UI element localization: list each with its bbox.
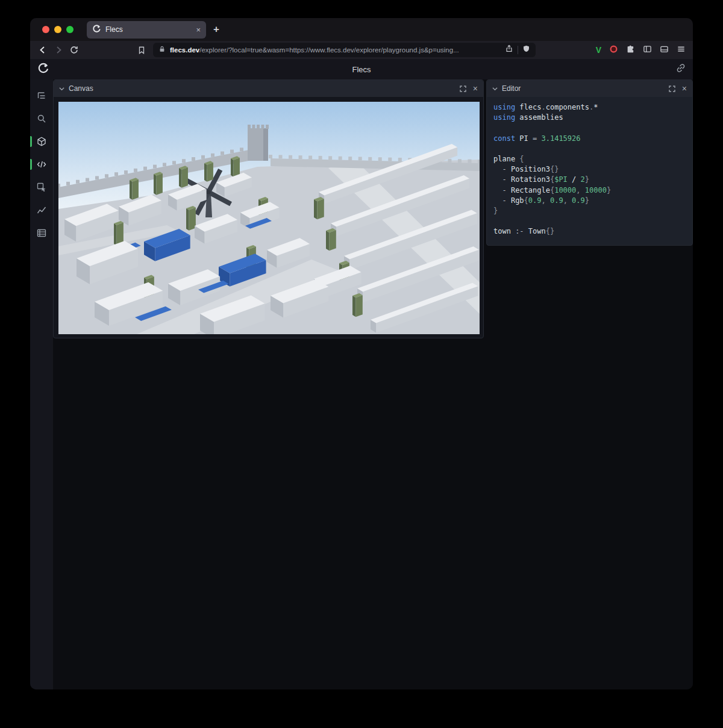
- tab-close-icon[interactable]: ×: [196, 26, 201, 34]
- flecs-explorer-app: Flecs: [30, 59, 693, 689]
- close-icon[interactable]: ×: [682, 84, 687, 93]
- chevron-down-icon[interactable]: [492, 87, 498, 91]
- app-header: Flecs: [30, 59, 693, 79]
- app-body: Canvas ×: [30, 79, 693, 689]
- editor-panel-header: Editor ×: [487, 80, 692, 97]
- tab-title: Flecs: [105, 25, 192, 34]
- page-title: Flecs: [30, 65, 693, 74]
- url-path: /explorer/?local=true&wasm=https://www.f…: [199, 46, 459, 54]
- inspect-icon: [37, 182, 46, 192]
- reload-icon[interactable]: [66, 43, 82, 57]
- tab-favicon: [92, 24, 101, 36]
- extensions-puzzle-icon[interactable]: [626, 45, 635, 56]
- editor-panel: Editor × using flecs.components.*using a…: [486, 79, 693, 246]
- bookmark-icon[interactable]: [134, 43, 149, 57]
- traffic-lights: [42, 26, 74, 33]
- permalink-icon[interactable]: [676, 63, 686, 75]
- zoom-window-button[interactable]: [66, 26, 74, 33]
- browser-tab-flecs[interactable]: Flecs ×: [87, 21, 206, 39]
- url-bar[interactable]: flecs.dev/explorer/?local=true&wasm=http…: [153, 43, 536, 57]
- sidebar-item-stats[interactable]: [30, 202, 53, 218]
- 3d-viewport[interactable]: [58, 102, 480, 334]
- canvas-panel-header: Canvas ×: [54, 80, 483, 97]
- url-domain: flecs.dev: [170, 46, 199, 54]
- vimium-extension-icon[interactable]: V: [596, 45, 601, 55]
- sidebar-item-entities[interactable]: [30, 134, 53, 149]
- cube-icon: [37, 137, 46, 146]
- workspace: Canvas ×: [53, 79, 693, 689]
- editor-panel-title: Editor: [502, 84, 521, 93]
- sidebar-item-tables[interactable]: [30, 225, 53, 241]
- back-icon[interactable]: [35, 43, 51, 57]
- minimize-window-button[interactable]: [54, 26, 61, 33]
- extension-toolbar: V: [596, 45, 686, 56]
- container-tab-icon[interactable]: [660, 45, 669, 56]
- close-icon[interactable]: ×: [473, 84, 478, 93]
- urlbar-divider: [518, 46, 518, 54]
- url-text: flecs.dev/explorer/?local=true&wasm=http…: [170, 46, 501, 54]
- editor-code[interactable]: using flecs.components.*using assemblies…: [487, 97, 692, 245]
- padlock-icon: [158, 45, 166, 55]
- left-icon-sidebar: [30, 79, 53, 689]
- forward-icon[interactable]: [51, 43, 66, 57]
- sidebar-item-inspect[interactable]: [30, 179, 53, 195]
- table-icon: [37, 228, 46, 238]
- shield-icon[interactable]: [522, 45, 530, 55]
- canvas-body: [54, 97, 483, 338]
- browser-window: Flecs × + flecs.dev/explorer/?lo: [30, 18, 693, 689]
- sidebar-item-code[interactable]: [30, 157, 53, 172]
- share-icon[interactable]: [505, 45, 513, 55]
- sidebar-item-search[interactable]: [30, 111, 53, 126]
- tab-strip: Flecs × +: [30, 18, 693, 41]
- canvas-panel-title: Canvas: [69, 84, 93, 93]
- menu-hamburger-icon[interactable]: [677, 45, 686, 56]
- chevron-down-icon[interactable]: [59, 87, 64, 91]
- search-icon: [37, 114, 46, 123]
- expand-icon[interactable]: [460, 86, 466, 92]
- red-ring-extension-icon[interactable]: [609, 45, 618, 56]
- sidebar-toggle-icon[interactable]: [643, 45, 652, 56]
- browser-toolbar: flecs.dev/explorer/?local=true&wasm=http…: [30, 41, 693, 59]
- flecs-logo-icon: [37, 62, 49, 76]
- new-tab-button[interactable]: +: [213, 23, 219, 36]
- close-window-button[interactable]: [42, 26, 49, 33]
- tree-icon: [37, 91, 46, 101]
- stats-icon: [37, 205, 46, 215]
- expand-icon[interactable]: [669, 86, 675, 92]
- code-icon: [37, 160, 46, 169]
- sidebar-item-tree[interactable]: [30, 88, 53, 104]
- canvas-panel: Canvas ×: [53, 79, 484, 338]
